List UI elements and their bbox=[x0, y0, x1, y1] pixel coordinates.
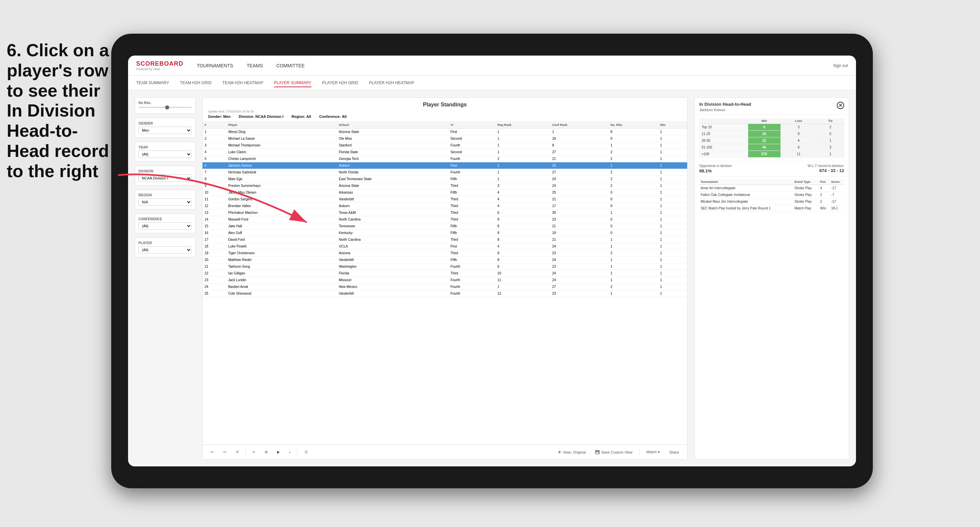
cell-reg: 1 bbox=[495, 129, 550, 135]
cell-num: 11 bbox=[202, 196, 226, 203]
copy-btn[interactable]: ⧉ bbox=[262, 449, 270, 456]
table-row[interactable]: 14 Maxwell Ford North Carolina Third 8 2… bbox=[202, 216, 687, 223]
filter-conference: Conference: All bbox=[319, 114, 347, 119]
gender-filter-label: Gender bbox=[138, 122, 192, 125]
t-pos: 2 bbox=[819, 198, 830, 205]
save-custom-btn[interactable]: 💾 Save Custom View bbox=[592, 449, 635, 456]
tab-team-summary[interactable]: TEAM SUMMARY bbox=[136, 79, 169, 87]
table-row[interactable]: 2 Michael La Sasse Ole Miss Second 1 18 … bbox=[202, 135, 687, 142]
cell-reg: 1 bbox=[495, 135, 550, 142]
nav-teams[interactable]: TEAMS bbox=[247, 62, 263, 70]
table-row[interactable]: 13 Phichakun Maichon Texas A&M Third 6 3… bbox=[202, 210, 687, 216]
table-row[interactable]: 3 Michael Thorbjornsen Stanford Fourth 1… bbox=[202, 142, 687, 149]
table-row[interactable]: 10 Jacob Mou Olesen Arkansas Fifth 4 25 … bbox=[202, 189, 687, 196]
tab-player-h2h-grid[interactable]: PLAYER H2H GRID bbox=[322, 79, 358, 87]
year-filter: Year (All) bbox=[135, 142, 196, 162]
opponents-record: 674 - 33 - 12 bbox=[819, 168, 844, 173]
cell-conf: 24 bbox=[550, 257, 608, 264]
cell-rds: 1 bbox=[608, 257, 658, 264]
cell-player: Christo Lamprecht bbox=[226, 156, 337, 162]
table-row[interactable]: 22 Ian Gilligan Florida Third 10 24 1 1 bbox=[202, 270, 687, 277]
table-row[interactable]: 4 Luke Claton Florida State Second 1 27 … bbox=[202, 149, 687, 156]
table-row[interactable]: 17 David Ford North Carolina Third 8 21 … bbox=[202, 237, 687, 243]
table-row[interactable]: 24 Bastien Amat New Mexico Fourth 1 27 2… bbox=[202, 284, 687, 290]
divider-3 bbox=[639, 449, 640, 456]
cell-reg: 1 bbox=[495, 142, 550, 149]
cell-rds: 1 bbox=[608, 264, 658, 270]
close-button[interactable]: ✕ bbox=[837, 102, 844, 109]
cell-school: Arkansas bbox=[337, 189, 448, 196]
table-row[interactable]: 9 Preston Summerhays Arizona State Third… bbox=[202, 183, 687, 189]
tab-team-h2h-heatmap[interactable]: TEAM H2H HEATMAP bbox=[223, 79, 263, 87]
opponents-values-row: 98.1% 674 - 33 - 12 bbox=[699, 168, 844, 173]
cell-yr: Fourth bbox=[449, 142, 495, 149]
cell-player: Michael Thorbjornsen bbox=[226, 142, 337, 149]
redo-btn[interactable]: ↪ bbox=[220, 449, 229, 456]
cell-school: North Carolina bbox=[337, 216, 448, 223]
player-select[interactable]: (All) bbox=[138, 246, 192, 254]
share-btn[interactable]: Share bbox=[667, 449, 682, 456]
cell-win: 1 bbox=[658, 223, 687, 230]
opponents-section: Opponents in division: W-L-T record in-d… bbox=[695, 161, 849, 176]
cell-player: Gordon Sargent bbox=[226, 196, 337, 203]
table-row[interactable]: 16 Alex Goff Kentucky Fifth 8 19 0 1 bbox=[202, 230, 687, 237]
table-row[interactable]: 19 Tiger Christensen Arizona Third 8 23 … bbox=[202, 250, 687, 257]
cell-yr: Fifth bbox=[449, 223, 495, 230]
cell-win: 1 bbox=[658, 277, 687, 284]
table-row[interactable]: 8 Mats Ege East Tennessee State Fifth 1 … bbox=[202, 176, 687, 183]
cell-player: Brendan Valles bbox=[226, 203, 337, 210]
cell-num: 17 bbox=[202, 237, 226, 243]
panel-header: Player Standings Update time: 27/03/2024… bbox=[202, 98, 687, 122]
h2h-loss: 9 bbox=[781, 131, 817, 137]
cell-school: Florida bbox=[337, 270, 448, 277]
table-row[interactable]: 12 Brendan Valles Auburn Third 4 17 0 1 bbox=[202, 203, 687, 210]
cell-reg: 12 bbox=[495, 290, 550, 297]
cell-num: 18 bbox=[202, 243, 226, 250]
cell-num: 3 bbox=[202, 142, 226, 149]
cut-btn[interactable]: ✂ bbox=[250, 449, 258, 456]
tab-player-summary[interactable]: PLAYER SUMMARY bbox=[274, 79, 312, 87]
cell-num: 9 bbox=[202, 183, 226, 189]
cell-conf: 23 bbox=[550, 216, 608, 223]
year-select[interactable]: (All) bbox=[138, 151, 192, 158]
undo-btn[interactable]: ↩ bbox=[208, 449, 216, 456]
table-row[interactable]: 7 Nicholas Gabrelcik North Florida Fourt… bbox=[202, 169, 687, 176]
sign-out-link[interactable]: Sign out bbox=[833, 63, 848, 68]
table-row[interactable]: 18 Luke Powell UCLA First 4 24 1 1 bbox=[202, 243, 687, 250]
h2h-win: 578 bbox=[748, 151, 781, 157]
gender-select[interactable]: Men bbox=[138, 127, 192, 134]
tab-team-h2h-grid[interactable]: TEAM H2H GRID bbox=[180, 79, 212, 87]
region-select[interactable]: N/A bbox=[138, 198, 192, 206]
table-row[interactable]: 6 Jackson Koivun Auburn First 1 16 1 1 bbox=[202, 162, 687, 169]
dot-btn[interactable]: • bbox=[286, 449, 293, 456]
gender-filter: Gender Men bbox=[135, 118, 196, 138]
play-btn[interactable]: ▶ bbox=[274, 449, 282, 456]
table-row[interactable]: 20 Matthew Riedel Vanderbilt Fifth 8 24 … bbox=[202, 257, 687, 264]
t-tournament: SEC Match Play hosted by Jerry Pate Roun… bbox=[699, 205, 793, 212]
cell-school: Texas A&M bbox=[337, 210, 448, 216]
table-row[interactable]: 23 Jack Lundin Missouri Fourth 11 24 1 1 bbox=[202, 277, 687, 284]
table-row[interactable]: 15 Jake Hall Tennessee Fifth 8 21 0 1 bbox=[202, 223, 687, 230]
nav-committee[interactable]: COMMITTEE bbox=[276, 62, 305, 70]
refresh-btn[interactable]: ↺ bbox=[233, 449, 241, 456]
table-row[interactable]: 11 Gordon Sargent Vanderbilt Third 4 21 … bbox=[202, 196, 687, 203]
view-icon: 👁 bbox=[558, 450, 562, 454]
clock-btn[interactable]: ⏱ bbox=[302, 449, 311, 456]
tab-player-h2h-heatmap[interactable]: PLAYER H2H HEATMAP bbox=[369, 79, 414, 87]
watch-btn[interactable]: Watch ▾ bbox=[644, 449, 663, 456]
cell-win: 1 bbox=[658, 257, 687, 264]
h2h-table-body: Top 10 8 3 2 11-25 20 9 5 26-50 22 4 1 5… bbox=[700, 124, 844, 157]
cell-school: Arizona bbox=[337, 250, 448, 257]
no-rds-slider[interactable] bbox=[138, 107, 192, 108]
conference-select[interactable]: (All) bbox=[138, 222, 192, 230]
cell-reg: 4 bbox=[495, 203, 550, 210]
table-row[interactable]: 21 Taehoon Song Washington Fourth 6 23 1… bbox=[202, 264, 687, 270]
table-row[interactable]: 5 Christo Lamprecht Georgia Tech Fourth … bbox=[202, 156, 687, 162]
cell-rds: 0 bbox=[608, 230, 658, 237]
nav-tournaments[interactable]: TOURNAMENTS bbox=[197, 62, 233, 70]
view-original-btn[interactable]: 👁 View: Original bbox=[555, 449, 589, 456]
table-row[interactable]: 25 Cole Sherwood Vanderbilt Fourth 12 23… bbox=[202, 290, 687, 297]
division-select[interactable]: NCAA Division I bbox=[138, 175, 192, 182]
filter-region: Region: All bbox=[291, 114, 311, 119]
table-row[interactable]: 1 Wenyi Ding Arizona State First 1 1 8 1 bbox=[202, 129, 687, 135]
